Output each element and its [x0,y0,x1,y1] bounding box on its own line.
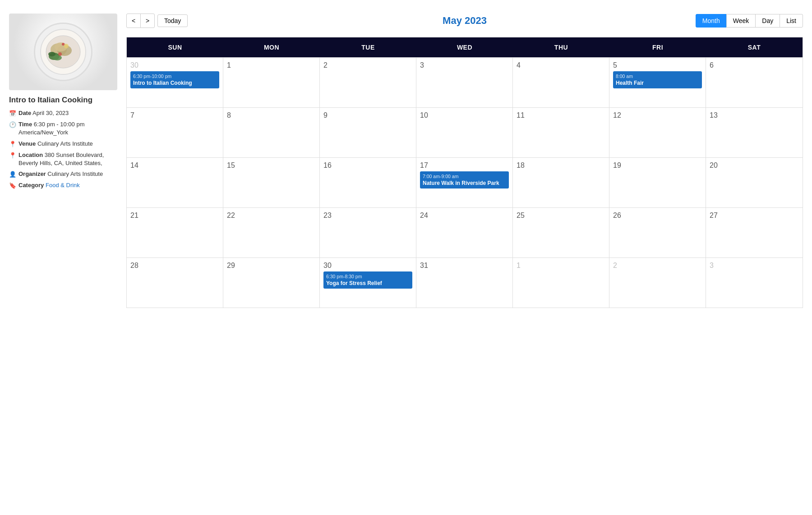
cell-day-number: 30 [323,262,412,270]
event-venue-row: 📍 Venue Culinary Arts Institute [9,140,117,148]
view-list-button[interactable]: List [780,14,803,28]
cell-day-number: 16 [323,161,412,170]
view-buttons: Month Week Day List [696,14,803,28]
svg-point-8 [64,44,69,48]
cell-day-number: 26 [613,212,702,220]
calendar-cell[interactable]: 4 [513,58,609,107]
calendar-cell[interactable]: 15 [223,158,320,207]
calendar-cell[interactable]: 23 [320,208,416,258]
calendar-cell[interactable]: 18 [513,158,609,207]
header-mon: MON [223,37,320,57]
svg-point-9 [62,43,65,46]
next-button[interactable]: > [140,14,155,28]
month-title: May 2023 [443,15,487,27]
event-block[interactable]: 8:00 amHealth Fair [613,71,702,88]
calendar-cell[interactable]: 12 [609,108,706,157]
view-day-button[interactable]: Day [755,14,780,28]
calendar-cell[interactable]: 1 [513,258,609,308]
calendar-cell[interactable]: 3 [416,58,513,107]
event-title: Intro to Italian Cooking [9,96,117,105]
venue-icon: 📍 [9,140,16,148]
calendar-cell[interactable]: 2 [609,258,706,308]
calendar-cell[interactable]: 27 [706,208,803,258]
event-name: Yoga for Stress Relief [326,280,410,287]
calendar-cell[interactable]: 25 [513,208,609,258]
organizer-value: Culinary Arts Institute [47,170,103,177]
prev-button[interactable]: < [126,14,141,28]
organizer-icon: 👤 [9,170,16,179]
cell-day-number: 12 [613,111,702,120]
event-time: 8:00 am [616,73,699,79]
event-sidebar: Intro to Italian Cooking 📅 Date April 30… [9,14,117,308]
calendar-cell[interactable]: 1 [223,58,320,107]
cell-day-number: 30 [130,61,219,69]
calendar-cell[interactable]: 28 [127,258,223,308]
calendar-cell[interactable]: 177:00 am-9:00 amNature Walk in Riversid… [416,158,513,207]
event-block[interactable]: 7:00 am-9:00 amNature Walk in Riverside … [420,171,509,189]
event-block[interactable]: 6:30 pm-8:30 pmYoga for Stress Relief [323,271,412,289]
calendar-cell[interactable]: 9 [320,108,416,157]
cell-day-number: 6 [710,61,799,69]
calendar-grid: SUN MON TUE WED THU FRI SAT 306:30 pm-10… [126,37,803,308]
header-sun: SUN [127,37,223,57]
cell-day-number: 8 [227,111,316,120]
calendar-cell[interactable]: 6 [706,58,803,107]
calendar-icon: 📅 [9,110,16,118]
calendar-cell[interactable]: 8 [223,108,320,157]
calendar-cell[interactable]: 7 [127,108,223,157]
calendar-cell[interactable]: 58:00 amHealth Fair [609,58,706,107]
calendar-cell[interactable]: 306:30 pm-10:00 pmIntro to Italian Cooki… [127,58,223,107]
calendar-cell[interactable]: 19 [609,158,706,207]
calendar-cell[interactable]: 14 [127,158,223,207]
calendar-week-1: 306:30 pm-10:00 pmIntro to Italian Cooki… [127,57,803,107]
calendar-cell[interactable]: 26 [609,208,706,258]
calendar-cell[interactable]: 29 [223,258,320,308]
view-week-button[interactable]: Week [726,14,756,28]
event-image [9,14,117,90]
calendar-cell[interactable]: 3 [706,258,803,308]
header-fri: FRI [609,37,706,57]
calendar-cell[interactable]: 24 [416,208,513,258]
cell-day-number: 2 [613,262,702,270]
calendar-cell[interactable]: 16 [320,158,416,207]
calendar-cell[interactable]: 2 [320,58,416,107]
cell-day-number: 3 [710,262,799,270]
event-name: Health Fair [616,79,699,87]
clock-icon: 🕐 [9,121,16,129]
cell-day-number: 10 [420,111,509,120]
cell-day-number: 17 [420,161,509,170]
event-time: 6:30 pm-10:00 pm [133,73,217,79]
cell-day-number: 20 [710,161,799,170]
cell-day-number: 3 [420,61,509,69]
calendar-week-5: 2829306:30 pm-8:30 pmYoga for Stress Rel… [127,258,803,308]
event-block[interactable]: 6:30 pm-10:00 pmIntro to Italian Cooking [130,71,219,88]
calendar-cell[interactable]: 13 [706,108,803,157]
calendar-cell[interactable]: 31 [416,258,513,308]
location-icon: 📍 [9,152,16,160]
view-month-button[interactable]: Month [696,14,727,28]
cell-day-number: 4 [517,61,605,69]
calendar-cell[interactable]: 20 [706,158,803,207]
category-value[interactable]: Food & Drink [46,182,80,189]
event-location-row: 📍 Location 380 Sunset Boulevard, Beverly… [9,151,117,167]
event-organizer-row: 👤 Organizer Culinary Arts Institute [9,170,117,179]
calendar-week-3: 141516177:00 am-9:00 amNature Walk in Ri… [127,157,803,207]
calendar-cell[interactable]: 306:30 pm-8:30 pmYoga for Stress Relief [320,258,416,308]
cell-day-number: 25 [517,212,605,220]
date-value: April 30, 2023 [32,110,69,116]
calendar-cell[interactable]: 22 [223,208,320,258]
cell-day-number: 13 [710,111,799,120]
calendar-week-4: 21222324252627 [127,207,803,258]
timezone-value: America/New_York [18,129,68,136]
calendar-cell[interactable]: 21 [127,208,223,258]
calendar-cell[interactable]: 11 [513,108,609,157]
date-label: Date [18,110,31,116]
event-category-row: 🔖 Category Food & Drink [9,181,117,190]
cell-day-number: 23 [323,212,412,220]
event-time-row: 🕐 Time 6:30 pm - 10:00 pm America/New_Yo… [9,120,117,137]
calendar-cell[interactable]: 10 [416,108,513,157]
today-button[interactable]: Today [157,14,188,27]
cell-day-number: 5 [613,61,702,69]
category-label: Category [18,182,44,189]
calendar-week-2: 78910111213 [127,107,803,157]
